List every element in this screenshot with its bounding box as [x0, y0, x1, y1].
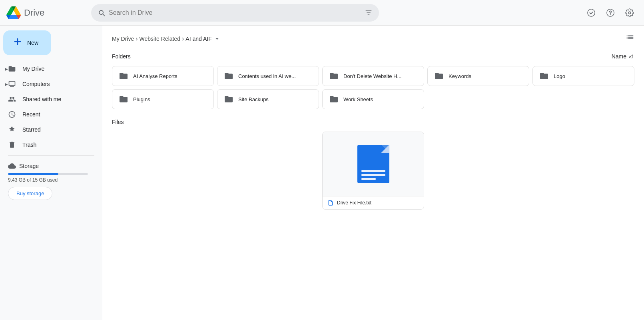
storage-section: Storage 9.43 GB of 15 GB used Buy storag… [3, 159, 99, 203]
plus-icon [13, 37, 22, 49]
storage-bar-bg [8, 173, 88, 175]
breadcrumb-current-label: AI and AIF [185, 36, 211, 42]
google-drive-logo [6, 6, 21, 20]
sidebar-label-recent: Recent [22, 111, 40, 118]
search-icon [98, 9, 106, 17]
sidebar-label-my-drive: My Drive [22, 66, 44, 72]
folder-name: Work Sheets [343, 96, 373, 102]
main-content: My Drive › Website Related › AI and AIF … [102, 26, 644, 320]
folder-item[interactable]: Contents used in AI we... [217, 66, 319, 86]
person-icon [8, 95, 16, 103]
folder-item[interactable]: Site Backups [217, 89, 319, 109]
buy-storage-button[interactable]: Buy storage [8, 187, 52, 200]
breadcrumb: My Drive › Website Related › AI and AIF [112, 26, 634, 50]
topbar-right [583, 5, 638, 21]
storage-label: Storage [8, 162, 94, 170]
sidebar-label-computers: Computers [22, 81, 50, 87]
folder-icon [8, 65, 16, 73]
folder-name: Logo [554, 73, 565, 79]
folder-item[interactable]: AI Analyse Reports [112, 66, 214, 86]
chevron-icon: ▶ [5, 67, 8, 71]
chevron-down-icon [213, 35, 221, 42]
storage-text: 9.43 GB of 15 GB used [8, 177, 94, 183]
breadcrumb-current[interactable]: AI and AIF [185, 35, 220, 42]
doc-lines [357, 170, 389, 180]
clock-icon [8, 110, 16, 118]
files-grid: Drive Fix File.txt [112, 132, 634, 210]
app-title: Drive [24, 8, 44, 18]
main-layout: New ▶ My Drive ▶ Computers Shared with m… [0, 26, 644, 320]
folder-item[interactable]: Don't Delete Website H... [322, 66, 424, 86]
files-section: Files [112, 116, 634, 210]
folder-item[interactable]: Keywords [427, 66, 529, 86]
file-doc-icon [327, 200, 334, 206]
sidebar-label-shared: Shared with me [22, 96, 61, 102]
file-card[interactable]: Drive Fix File.txt [322, 132, 424, 210]
folder-name: Plugins [133, 96, 150, 102]
monitor-icon [8, 80, 16, 88]
sidebar-item-computers[interactable]: ▶ Computers [3, 77, 99, 91]
folders-grid: AI Analyse Reports Contents used in AI w… [112, 66, 634, 109]
sidebar-label-trash: Trash [22, 142, 36, 148]
svg-point-0 [588, 9, 595, 16]
logo-area: Drive [6, 6, 86, 20]
folder-icon [329, 71, 339, 81]
folders-section-header: Folders Name [112, 50, 634, 63]
folder-name: Contents used in AI we... [238, 73, 296, 79]
search-input[interactable] [109, 9, 361, 16]
svg-point-2 [610, 14, 611, 15]
folder-icon [434, 71, 444, 81]
file-name: Drive Fix File.txt [337, 200, 371, 206]
sidebar-item-trash[interactable]: Trash [3, 138, 99, 152]
help-button[interactable] [602, 5, 618, 21]
filter-icon[interactable] [365, 9, 373, 17]
sort-button[interactable]: Name [612, 53, 634, 60]
folder-item[interactable]: Work Sheets [322, 89, 424, 109]
new-button-label: New [27, 40, 38, 46]
folder-icon [224, 94, 233, 104]
folder-name: Site Backups [238, 96, 269, 102]
folder-item[interactable]: Logo [532, 66, 634, 86]
file-info: Drive Fix File.txt [323, 196, 424, 209]
folder-name: Keywords [449, 73, 471, 79]
settings-button[interactable] [622, 5, 638, 21]
breadcrumb-my-drive[interactable]: My Drive [112, 36, 134, 42]
cloud-icon [8, 162, 16, 170]
sidebar-item-my-drive[interactable]: ▶ My Drive [3, 62, 99, 76]
doc-large-icon [357, 145, 389, 183]
trash-icon [8, 141, 16, 149]
folder-icon [224, 71, 233, 81]
star-icon [8, 126, 16, 134]
files-section-header: Files [112, 116, 634, 128]
breadcrumb-website-related[interactable]: Website Related [140, 36, 180, 42]
sidebar-item-shared[interactable]: Shared with me [3, 92, 99, 106]
sidebar-label-starred: Starred [22, 126, 41, 133]
folders-section-title: Folders [112, 53, 131, 60]
sort-label: Name [612, 53, 626, 60]
search-bar[interactable] [91, 4, 379, 22]
breadcrumb-sep-2: › [182, 35, 184, 42]
files-section-title: Files [112, 119, 124, 125]
folder-icon [329, 94, 339, 104]
sidebar-item-starred[interactable]: Starred [3, 122, 99, 137]
folder-name: Don't Delete Website H... [343, 73, 401, 79]
file-preview [323, 132, 424, 196]
doc-line [361, 174, 385, 176]
folder-icon [119, 71, 128, 81]
doc-line [361, 170, 385, 172]
sidebar-item-recent[interactable]: Recent [3, 107, 99, 122]
sidebar: New ▶ My Drive ▶ Computers Shared with m… [0, 26, 102, 320]
view-toggle-button[interactable] [626, 34, 634, 44]
storage-title: Storage [19, 163, 39, 169]
breadcrumb-sep-1: › [136, 35, 138, 42]
new-button[interactable]: New [3, 30, 51, 55]
folder-icon [539, 71, 549, 81]
sidebar-divider [8, 155, 94, 156]
topbar: Drive [0, 0, 644, 26]
sort-icon [628, 53, 634, 60]
check-button[interactable] [583, 5, 599, 21]
storage-bar-fill [8, 173, 58, 175]
folder-item[interactable]: Plugins [112, 89, 214, 109]
folder-name: AI Analyse Reports [133, 73, 177, 79]
chevron-icon: ▶ [5, 82, 8, 86]
